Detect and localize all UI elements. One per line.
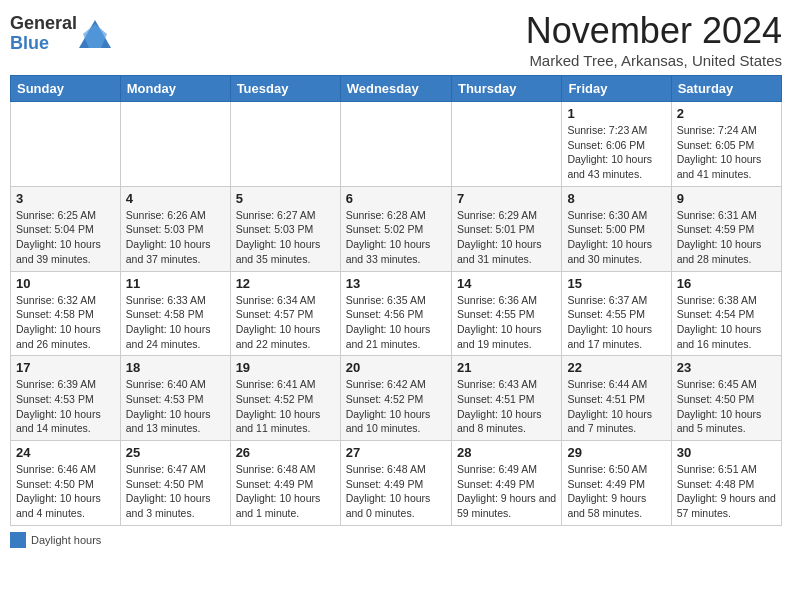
calendar-cell: 21Sunrise: 6:43 AM Sunset: 4:51 PM Dayli… (451, 356, 561, 441)
calendar-cell: 1Sunrise: 7:23 AM Sunset: 6:06 PM Daylig… (562, 102, 671, 187)
calendar-cell: 29Sunrise: 6:50 AM Sunset: 4:49 PM Dayli… (562, 441, 671, 526)
day-number: 16 (677, 276, 776, 291)
calendar-cell: 26Sunrise: 6:48 AM Sunset: 4:49 PM Dayli… (230, 441, 340, 526)
day-info: Sunrise: 6:31 AM Sunset: 4:59 PM Dayligh… (677, 208, 776, 267)
day-info: Sunrise: 6:28 AM Sunset: 5:02 PM Dayligh… (346, 208, 446, 267)
calendar-cell: 10Sunrise: 6:32 AM Sunset: 4:58 PM Dayli… (11, 271, 121, 356)
day-info: Sunrise: 6:34 AM Sunset: 4:57 PM Dayligh… (236, 293, 335, 352)
day-number: 1 (567, 106, 665, 121)
day-number: 6 (346, 191, 446, 206)
day-number: 2 (677, 106, 776, 121)
day-info: Sunrise: 6:36 AM Sunset: 4:55 PM Dayligh… (457, 293, 556, 352)
day-number: 5 (236, 191, 335, 206)
title-area: November 2024 Marked Tree, Arkansas, Uni… (526, 10, 782, 69)
calendar-cell: 5Sunrise: 6:27 AM Sunset: 5:03 PM Daylig… (230, 186, 340, 271)
day-number: 18 (126, 360, 225, 375)
day-number: 8 (567, 191, 665, 206)
calendar-cell (230, 102, 340, 187)
day-number: 17 (16, 360, 115, 375)
day-info: Sunrise: 6:48 AM Sunset: 4:49 PM Dayligh… (346, 462, 446, 521)
calendar-cell: 28Sunrise: 6:49 AM Sunset: 4:49 PM Dayli… (451, 441, 561, 526)
calendar-cell: 2Sunrise: 7:24 AM Sunset: 6:05 PM Daylig… (671, 102, 781, 187)
calendar-cell: 27Sunrise: 6:48 AM Sunset: 4:49 PM Dayli… (340, 441, 451, 526)
day-info: Sunrise: 6:29 AM Sunset: 5:01 PM Dayligh… (457, 208, 556, 267)
day-info: Sunrise: 6:39 AM Sunset: 4:53 PM Dayligh… (16, 377, 115, 436)
calendar-body: 1Sunrise: 7:23 AM Sunset: 6:06 PM Daylig… (11, 102, 782, 526)
day-info: Sunrise: 6:25 AM Sunset: 5:04 PM Dayligh… (16, 208, 115, 267)
day-number: 15 (567, 276, 665, 291)
day-info: Sunrise: 6:38 AM Sunset: 4:54 PM Dayligh… (677, 293, 776, 352)
day-info: Sunrise: 6:32 AM Sunset: 4:58 PM Dayligh… (16, 293, 115, 352)
day-info: Sunrise: 6:48 AM Sunset: 4:49 PM Dayligh… (236, 462, 335, 521)
calendar-cell: 11Sunrise: 6:33 AM Sunset: 4:58 PM Dayli… (120, 271, 230, 356)
logo-icon (79, 20, 111, 48)
day-header-tuesday: Tuesday (230, 76, 340, 102)
calendar-week-2: 3Sunrise: 6:25 AM Sunset: 5:04 PM Daylig… (11, 186, 782, 271)
day-info: Sunrise: 6:27 AM Sunset: 5:03 PM Dayligh… (236, 208, 335, 267)
calendar-week-4: 17Sunrise: 6:39 AM Sunset: 4:53 PM Dayli… (11, 356, 782, 441)
day-info: Sunrise: 6:43 AM Sunset: 4:51 PM Dayligh… (457, 377, 556, 436)
day-number: 27 (346, 445, 446, 460)
day-info: Sunrise: 6:47 AM Sunset: 4:50 PM Dayligh… (126, 462, 225, 521)
calendar-cell: 6Sunrise: 6:28 AM Sunset: 5:02 PM Daylig… (340, 186, 451, 271)
calendar-header-row: SundayMondayTuesdayWednesdayThursdayFrid… (11, 76, 782, 102)
calendar-cell (340, 102, 451, 187)
calendar-cell: 9Sunrise: 6:31 AM Sunset: 4:59 PM Daylig… (671, 186, 781, 271)
day-header-wednesday: Wednesday (340, 76, 451, 102)
daylight-swatch (10, 532, 26, 548)
calendar-cell: 18Sunrise: 6:40 AM Sunset: 4:53 PM Dayli… (120, 356, 230, 441)
day-header-sunday: Sunday (11, 76, 121, 102)
day-number: 12 (236, 276, 335, 291)
day-number: 4 (126, 191, 225, 206)
calendar-cell: 7Sunrise: 6:29 AM Sunset: 5:01 PM Daylig… (451, 186, 561, 271)
day-number: 9 (677, 191, 776, 206)
day-info: Sunrise: 6:45 AM Sunset: 4:50 PM Dayligh… (677, 377, 776, 436)
calendar-cell: 4Sunrise: 6:26 AM Sunset: 5:03 PM Daylig… (120, 186, 230, 271)
calendar-cell: 22Sunrise: 6:44 AM Sunset: 4:51 PM Dayli… (562, 356, 671, 441)
calendar-cell: 15Sunrise: 6:37 AM Sunset: 4:55 PM Dayli… (562, 271, 671, 356)
day-info: Sunrise: 6:30 AM Sunset: 5:00 PM Dayligh… (567, 208, 665, 267)
day-number: 3 (16, 191, 115, 206)
location-subtitle: Marked Tree, Arkansas, United States (526, 52, 782, 69)
calendar-cell: 13Sunrise: 6:35 AM Sunset: 4:56 PM Dayli… (340, 271, 451, 356)
day-info: Sunrise: 6:40 AM Sunset: 4:53 PM Dayligh… (126, 377, 225, 436)
calendar-cell: 8Sunrise: 6:30 AM Sunset: 5:00 PM Daylig… (562, 186, 671, 271)
calendar-cell: 14Sunrise: 6:36 AM Sunset: 4:55 PM Dayli… (451, 271, 561, 356)
day-number: 19 (236, 360, 335, 375)
day-number: 20 (346, 360, 446, 375)
day-number: 13 (346, 276, 446, 291)
calendar-cell: 30Sunrise: 6:51 AM Sunset: 4:48 PM Dayli… (671, 441, 781, 526)
calendar-cell: 25Sunrise: 6:47 AM Sunset: 4:50 PM Dayli… (120, 441, 230, 526)
calendar-week-5: 24Sunrise: 6:46 AM Sunset: 4:50 PM Dayli… (11, 441, 782, 526)
day-header-friday: Friday (562, 76, 671, 102)
day-number: 22 (567, 360, 665, 375)
calendar-cell (451, 102, 561, 187)
day-info: Sunrise: 6:49 AM Sunset: 4:49 PM Dayligh… (457, 462, 556, 521)
day-number: 26 (236, 445, 335, 460)
calendar-week-3: 10Sunrise: 6:32 AM Sunset: 4:58 PM Dayli… (11, 271, 782, 356)
logo-general-text: General (10, 14, 77, 34)
calendar-cell: 12Sunrise: 6:34 AM Sunset: 4:57 PM Dayli… (230, 271, 340, 356)
day-info: Sunrise: 6:46 AM Sunset: 4:50 PM Dayligh… (16, 462, 115, 521)
day-number: 23 (677, 360, 776, 375)
calendar-cell: 16Sunrise: 6:38 AM Sunset: 4:54 PM Dayli… (671, 271, 781, 356)
day-number: 21 (457, 360, 556, 375)
day-info: Sunrise: 6:51 AM Sunset: 4:48 PM Dayligh… (677, 462, 776, 521)
calendar-week-1: 1Sunrise: 7:23 AM Sunset: 6:06 PM Daylig… (11, 102, 782, 187)
day-header-monday: Monday (120, 76, 230, 102)
day-number: 7 (457, 191, 556, 206)
daylight-label: Daylight hours (31, 534, 101, 546)
day-number: 11 (126, 276, 225, 291)
day-number: 30 (677, 445, 776, 460)
day-info: Sunrise: 6:44 AM Sunset: 4:51 PM Dayligh… (567, 377, 665, 436)
logo-blue-text: Blue (10, 34, 77, 54)
day-number: 29 (567, 445, 665, 460)
day-header-thursday: Thursday (451, 76, 561, 102)
logo: General Blue (10, 14, 111, 54)
day-info: Sunrise: 6:26 AM Sunset: 5:03 PM Dayligh… (126, 208, 225, 267)
calendar-cell: 19Sunrise: 6:41 AM Sunset: 4:52 PM Dayli… (230, 356, 340, 441)
calendar-table: SundayMondayTuesdayWednesdayThursdayFrid… (10, 75, 782, 526)
calendar-cell (11, 102, 121, 187)
calendar-cell: 3Sunrise: 6:25 AM Sunset: 5:04 PM Daylig… (11, 186, 121, 271)
day-number: 10 (16, 276, 115, 291)
